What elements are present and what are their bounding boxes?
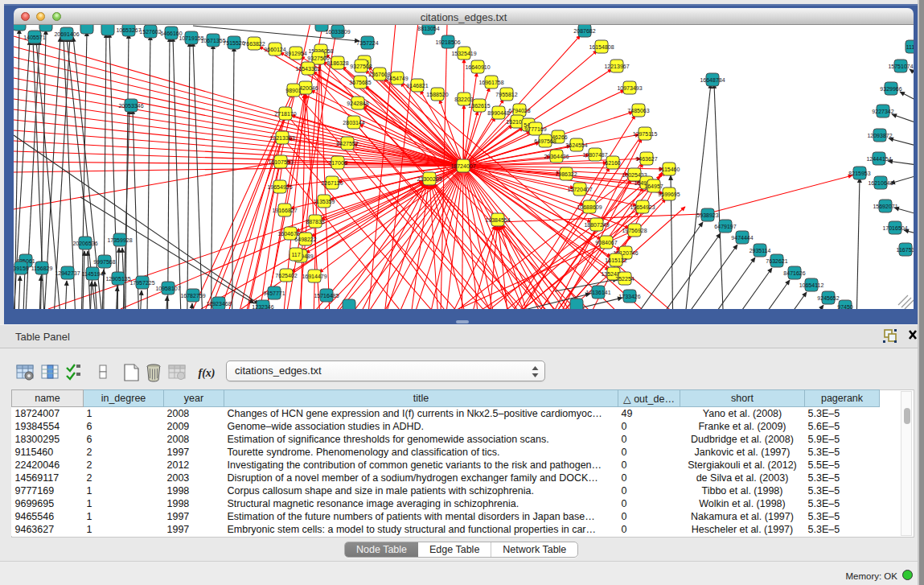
svg-text:20053346: 20053346 [118, 103, 143, 109]
svg-text:9463627: 9463627 [635, 156, 657, 162]
svg-text:f(x): f(x) [199, 367, 216, 380]
svg-text:7986322: 7986322 [555, 171, 577, 177]
svg-text:1527602: 1527602 [139, 29, 161, 35]
svg-text:2803144: 2803144 [343, 120, 364, 126]
svg-text:19654923: 19654923 [630, 204, 655, 210]
svg-text:9245652: 9245652 [817, 295, 839, 301]
svg-text:16914479: 16914479 [302, 274, 326, 279]
svg-text:832203: 832203 [454, 97, 473, 102]
svg-text:9457771: 9457771 [263, 290, 285, 296]
svg-text:887833: 887833 [306, 219, 324, 225]
svg-text:16782759: 16782759 [180, 293, 205, 299]
svg-text:39159: 39159 [14, 266, 29, 271]
svg-text:12213363: 12213363 [269, 135, 294, 141]
svg-text:16107553: 16107553 [268, 159, 293, 165]
svg-text:9997568: 9997568 [93, 259, 115, 265]
svg-text:7955812: 7955812 [495, 92, 517, 97]
svg-text:9327508: 9327508 [350, 64, 372, 69]
svg-text:1362615: 1362615 [468, 103, 490, 109]
svg-text:19654925: 19654925 [267, 184, 292, 190]
svg-text:17359928: 17359928 [107, 237, 132, 243]
svg-text:1588520: 1588520 [426, 92, 448, 97]
svg-text:7625402: 7625402 [275, 273, 297, 278]
svg-text:19384554: 19384554 [485, 217, 510, 223]
svg-text:6497568: 6497568 [534, 138, 556, 144]
svg-text:12213967: 12213967 [604, 64, 629, 69]
svg-text:10973493: 10973493 [617, 85, 642, 91]
svg-text:10958107: 10958107 [155, 286, 180, 291]
svg-text:7515526: 7515526 [223, 40, 244, 46]
svg-text:8813054: 8813054 [417, 26, 439, 31]
svg-text:20364436: 20364436 [544, 154, 569, 159]
svg-text:2718170: 2718170 [274, 111, 296, 117]
svg-text:9084067: 9084067 [595, 240, 617, 245]
svg-text:7663822: 7663822 [243, 41, 265, 47]
svg-text:98901: 98901 [285, 88, 302, 93]
svg-text:20691406: 20691406 [54, 31, 79, 37]
svg-text:23300203: 23300203 [417, 176, 441, 182]
svg-text:18807249: 18807249 [584, 222, 609, 228]
svg-text:9242848: 9242848 [347, 101, 368, 106]
svg-text:5938923: 5938923 [696, 212, 718, 218]
svg-text:19756928: 19756928 [622, 228, 647, 233]
svg-text:8990448: 8990448 [487, 110, 509, 116]
svg-text:16033809: 16033809 [325, 29, 350, 35]
svg-text:1135359: 1135359 [314, 199, 335, 204]
svg-text:8427552: 8427552 [336, 141, 358, 146]
svg-text:12942737: 12942737 [55, 270, 80, 276]
svg-text:12923468: 12923468 [206, 301, 231, 307]
svg-text:16961758: 16961758 [478, 80, 503, 85]
svg-text:116753: 116753 [897, 247, 914, 253]
svg-text:9660124: 9660124 [264, 47, 285, 52]
svg-text:2935114: 2935114 [749, 248, 771, 253]
svg-text:15692071: 15692071 [873, 204, 897, 209]
svg-text:6498222: 6498222 [294, 237, 316, 242]
svg-text:17957225: 17957225 [129, 280, 154, 286]
svg-text:97450: 97450 [837, 304, 853, 310]
svg-text:12444154: 12444154 [866, 156, 891, 162]
svg-text:1405571: 1405571 [23, 35, 45, 40]
svg-text:9777169: 9777169 [524, 126, 546, 132]
svg-text:12905135: 12905135 [105, 276, 130, 282]
svg-text:8912954: 8912954 [285, 51, 306, 56]
svg-text:20206536: 20206536 [72, 241, 97, 246]
svg-text:12975115: 12975115 [633, 131, 658, 137]
svg-text:3267130: 3267130 [321, 180, 343, 186]
svg-text:19218506: 19218506 [435, 39, 460, 45]
svg-text:16210643: 16210643 [868, 180, 893, 186]
svg-text:6794028: 6794028 [508, 108, 530, 113]
svg-text:7632621: 7632621 [766, 258, 787, 264]
svg-text:2087682: 2087682 [573, 28, 595, 34]
svg-text:9699695: 9699695 [658, 192, 680, 197]
svg-text:8471626: 8471626 [783, 270, 805, 276]
svg-text:10671355: 10671355 [200, 38, 225, 43]
svg-text:10653267: 10653267 [116, 27, 141, 33]
svg-text:117: 117 [291, 252, 300, 257]
svg-text:1117: 1117 [906, 44, 914, 50]
svg-text:9329966: 9329966 [880, 86, 901, 92]
svg-text:3675685: 3675685 [349, 80, 371, 85]
svg-text:9146821: 9146821 [406, 83, 428, 89]
svg-text:7357224: 7357224 [356, 40, 378, 46]
svg-text:18724007: 18724007 [450, 163, 475, 169]
svg-text:9115460: 9115460 [659, 167, 680, 172]
svg-text:1145194: 1145194 [82, 271, 104, 277]
svg-text:62160: 62160 [605, 160, 621, 166]
svg-text:19166827: 19166827 [272, 208, 297, 213]
svg-text:10807487: 10807487 [582, 152, 607, 158]
svg-text:10654112: 10654112 [799, 282, 824, 288]
svg-text:15325419: 15325419 [451, 51, 476, 56]
svg-text:14136141: 14136141 [585, 290, 610, 295]
svg-text:3624554: 3624554 [565, 142, 587, 148]
svg-text:1615132: 1615132 [605, 257, 626, 263]
svg-text:8186328: 8186328 [326, 60, 348, 66]
svg-text:7485063: 7485063 [627, 108, 649, 113]
svg-text:16648784: 16648784 [700, 77, 725, 83]
svg-text:8454749: 8454749 [386, 76, 408, 81]
svg-text:9227342: 9227342 [872, 109, 893, 114]
svg-text:6479197: 6479197 [714, 224, 736, 229]
svg-text:16640910: 16640910 [465, 64, 490, 70]
svg-text:1156829: 1156829 [31, 266, 53, 271]
svg-text:15720407: 15720407 [567, 187, 592, 192]
svg-text:1232346: 1232346 [252, 304, 273, 310]
